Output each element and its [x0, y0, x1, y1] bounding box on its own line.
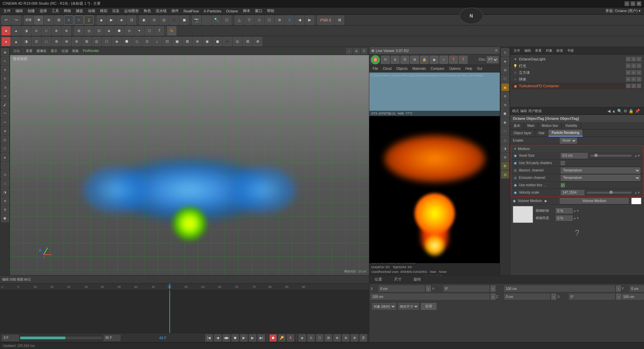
- ri-icon6[interactable]: ⊗: [501, 92, 509, 100]
- timeline-func[interactable]: 功能: [9, 277, 16, 282]
- sidebar-brush-icon[interactable]: 🖌: [1, 101, 9, 109]
- prim18[interactable]: ◉: [203, 37, 212, 46]
- play-back-btn[interactable]: ◀▶: [223, 334, 230, 342]
- t5[interactable]: ⊛: [275, 15, 284, 25]
- lv-menu-cloud[interactable]: Cloud: [381, 66, 393, 71]
- obj-lck4[interactable]: ○: [637, 77, 641, 82]
- size-x-spin[interactable]: ±: [616, 286, 621, 292]
- goto-start-btn[interactable]: |◀: [205, 334, 213, 342]
- lv-main-tab[interactable]: Main: [430, 270, 437, 273]
- mode3[interactable]: ◑: [21, 26, 31, 36]
- ri-icon12[interactable]: ◑: [501, 144, 509, 152]
- lv-settings-btn[interactable]: ⚙: [410, 56, 419, 64]
- lv-pin1-btn[interactable]: 📍: [449, 56, 458, 64]
- props-tab-main[interactable]: Main: [524, 122, 538, 129]
- sidebar-workplane-icon[interactable]: ⬣: [1, 214, 9, 222]
- menu-mograph[interactable]: 运动图形: [122, 8, 141, 14]
- prim6[interactable]: ⊞: [82, 37, 91, 46]
- props-settings-icon[interactable]: ⚙: [624, 109, 627, 113]
- obj-vis1[interactable]: ✓: [626, 57, 631, 61]
- pb-extra3[interactable]: ⬡: [316, 334, 323, 342]
- props-lock-icon[interactable]: 🔒: [629, 109, 634, 113]
- mode12[interactable]: ⬣: [114, 26, 124, 36]
- menu-select[interactable]: 选择: [38, 8, 49, 14]
- props-edit[interactable]: 编辑: [520, 109, 527, 113]
- x-pos-spin[interactable]: ±: [426, 286, 431, 292]
- menu-mesh[interactable]: 网格: [62, 8, 73, 14]
- undo-button[interactable]: ↩: [1, 15, 11, 25]
- end-frame-input[interactable]: [104, 335, 120, 341]
- menu-animate[interactable]: 动画: [86, 8, 97, 14]
- pb-extra8[interactable]: ☰: [360, 334, 367, 342]
- props-tab-particle-rendering[interactable]: Particle Rendering: [548, 130, 583, 137]
- record-btn[interactable]: ⏺: [269, 334, 277, 342]
- lv-screen-btn[interactable]: □: [439, 56, 448, 64]
- obj-ren4[interactable]: ✓: [631, 77, 636, 82]
- viewport-camera[interactable]: 摄像机: [35, 48, 48, 54]
- sidebar-smooth-icon[interactable]: ◎: [1, 136, 9, 144]
- props-tab-basic[interactable]: 基本: [510, 122, 524, 129]
- menu-pipeline[interactable]: 流水线: [154, 8, 169, 14]
- scale-tool[interactable]: ⊞: [54, 15, 63, 25]
- velocity-scale-spinner[interactable]: ▲▼: [634, 191, 640, 194]
- b-rot-input[interactable]: [569, 294, 615, 300]
- voxel-size-slider[interactable]: [590, 155, 632, 157]
- timeline-tracks[interactable]: [0, 290, 369, 333]
- move-tool[interactable]: ⊕: [44, 15, 53, 25]
- lv-sphere-btn[interactable]: ◉: [430, 56, 438, 64]
- mode8[interactable]: ⊞: [74, 26, 84, 36]
- menu-script[interactable]: 脚本: [241, 8, 252, 14]
- menu-xparticles[interactable]: X-Particles: [202, 8, 223, 14]
- volume-medium-color-swatch[interactable]: [631, 198, 641, 204]
- timeline-mark[interactable]: 标记: [24, 277, 31, 282]
- props-zoom-icon[interactable]: 🔍: [617, 109, 622, 113]
- op-bookmarks[interactable]: 书签: [566, 48, 575, 54]
- unit-select[interactable]: 绝对尺寸: [398, 303, 419, 310]
- mode13[interactable]: ⊙: [124, 26, 134, 36]
- pb-extra2[interactable]: ⊙: [307, 334, 315, 342]
- prim13[interactable]: ○: [152, 37, 162, 46]
- ri-icon10[interactable]: □: [501, 127, 509, 135]
- prim11[interactable]: ◇: [132, 37, 142, 46]
- op-view[interactable]: 查看: [534, 48, 543, 54]
- viewport-expand-icon[interactable]: ⤢: [346, 48, 352, 54]
- ri-icon13[interactable]: ⊕: [501, 153, 509, 161]
- menu-edit[interactable]: 编辑: [13, 8, 25, 14]
- sidebar-snap-icon[interactable]: ⊕: [1, 197, 9, 205]
- snap3[interactable]: ◑: [21, 37, 31, 46]
- pb-extra4[interactable]: ⊞: [325, 334, 332, 342]
- rotate-tool-y[interactable]: Y: [74, 15, 84, 25]
- sidebar-select-icon[interactable]: ↖: [1, 57, 9, 65]
- mode15[interactable]: ⬡: [145, 26, 154, 36]
- lv-channel-select[interactable]: PT: [487, 56, 498, 63]
- t4[interactable]: ⬡: [265, 15, 274, 25]
- lv-menu-gui[interactable]: Gui: [475, 66, 484, 71]
- menu-help[interactable]: 帮助: [265, 8, 276, 14]
- tool3[interactable]: ◈: [117, 15, 126, 25]
- pb-extra1[interactable]: ◈: [299, 334, 306, 342]
- sidebar-polygon-icon[interactable]: ⬡: [1, 144, 9, 152]
- snap1[interactable]: ●: [1, 37, 11, 46]
- render3[interactable]: ◎: [159, 15, 169, 25]
- sidebar-texture-icon[interactable]: □: [1, 179, 9, 187]
- next-frame-btn[interactable]: ▶: [249, 334, 256, 342]
- brightness-spinner[interactable]: ▲▼: [573, 216, 579, 220]
- t3[interactable]: ◇: [255, 15, 264, 25]
- sidebar-rotate-icon[interactable]: ↻: [1, 74, 9, 83]
- mode9[interactable]: ◎: [84, 26, 94, 36]
- sidebar-paint-icon[interactable]: ⊙: [1, 170, 9, 179]
- timeline-view2[interactable]: 视图: [17, 277, 23, 282]
- obj-ren3[interactable]: ✓: [631, 70, 636, 75]
- play-btn[interactable]: ▶: [240, 334, 248, 342]
- viewport-view[interactable]: 查看: [24, 48, 34, 54]
- viewport-panel[interactable]: 面板: [71, 48, 80, 54]
- op-file[interactable]: 文件: [512, 48, 522, 54]
- ri-icon2[interactable]: ◈: [501, 57, 509, 65]
- obj-vis5[interactable]: ✓: [626, 84, 631, 88]
- props-tab-motionblur[interactable]: Motion blur: [538, 122, 562, 129]
- menu-create[interactable]: 创建: [25, 8, 37, 14]
- volume-medium-arrow[interactable]: ▶: [545, 199, 547, 203]
- prim17[interactable]: ⊕: [193, 37, 202, 46]
- lv-pin2-btn[interactable]: 📍: [459, 56, 468, 64]
- pb-extra6[interactable]: ⊛: [342, 334, 350, 342]
